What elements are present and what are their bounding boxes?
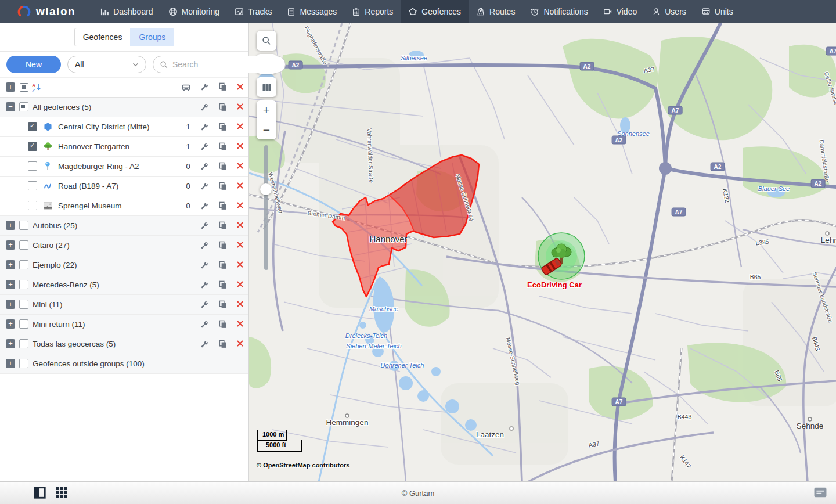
group-checkbox[interactable]: [19, 260, 28, 269]
geofence-row[interactable]: Central City District (Mitte)1: [0, 117, 248, 137]
wrench-icon[interactable]: [200, 123, 210, 132]
geofence-checkbox[interactable]: [28, 122, 37, 131]
nav-item-tracks[interactable]: Tracks: [227, 0, 279, 23]
group-checkbox[interactable]: [19, 280, 28, 289]
search-input[interactable]: [171, 59, 279, 70]
copy-icon[interactable]: [218, 320, 228, 329]
wrench-icon[interactable]: [200, 340, 210, 349]
filter-dropdown[interactable]: All: [67, 56, 146, 73]
geofence-row[interactable]: Road (B189 - A7)0: [0, 177, 248, 196]
geofence-row[interactable]: Sprengel Museum0: [0, 196, 248, 216]
wrench-icon[interactable]: [200, 221, 210, 231]
group-row[interactable]: +Mini (11): [0, 295, 248, 315]
zoom-in-button[interactable]: +: [257, 100, 276, 120]
group-row[interactable]: +Autobus (25): [0, 216, 248, 236]
copy-icon[interactable]: [218, 340, 228, 349]
delete-icon[interactable]: [236, 182, 246, 191]
nav-item-dashboard[interactable]: Dashboard: [93, 0, 161, 23]
minus-square-icon[interactable]: −: [6, 102, 15, 111]
wrench-icon[interactable]: [200, 261, 210, 270]
delete-icon[interactable]: [236, 221, 246, 231]
geofence-checkbox[interactable]: [28, 161, 37, 171]
plus-square-icon[interactable]: +: [6, 300, 15, 309]
delete-icon[interactable]: [236, 123, 246, 132]
delete-icon[interactable]: [236, 261, 246, 270]
delete-icon[interactable]: [236, 241, 246, 250]
wrench-icon[interactable]: [200, 142, 210, 152]
geofence-checkbox[interactable]: [28, 181, 37, 190]
nav-item-reports[interactable]: Reports: [344, 0, 401, 23]
map-search-button[interactable]: [257, 31, 276, 51]
toggle-sidebar-icon[interactable]: [34, 487, 46, 501]
copy-icon[interactable]: [218, 103, 228, 112]
wrench-icon[interactable]: [200, 241, 210, 250]
copy-icon[interactable]: [218, 82, 228, 92]
geofence-row[interactable]: Hannover Tiergarten1: [0, 137, 248, 157]
group-row[interactable]: +Geofences outside groups (100): [0, 354, 248, 374]
copy-icon[interactable]: [218, 201, 228, 211]
wrench-icon[interactable]: [200, 280, 210, 290]
zoom-slider-handle[interactable]: [260, 183, 272, 195]
sort-az-icon[interactable]: A Z: [32, 82, 42, 95]
group-checkbox[interactable]: [19, 339, 28, 348]
group-row[interactable]: +Todas las geocercas (5): [0, 334, 248, 354]
delete-icon[interactable]: [236, 82, 246, 92]
wrench-icon[interactable]: [200, 300, 210, 309]
copy-icon[interactable]: [218, 221, 228, 231]
nav-item-units[interactable]: Units: [694, 0, 741, 23]
zoom-slider-track[interactable]: [264, 145, 268, 270]
apps-grid-icon[interactable]: [56, 487, 67, 501]
plus-square-icon[interactable]: +: [6, 359, 15, 368]
add-all-icon[interactable]: +: [6, 82, 15, 92]
geofence-checkbox[interactable]: [28, 201, 37, 210]
select-mode-icon[interactable]: [20, 83, 28, 92]
wrench-icon[interactable]: [200, 182, 210, 191]
group-checkbox[interactable]: [19, 300, 28, 309]
group-checkbox[interactable]: [19, 319, 28, 329]
plus-square-icon[interactable]: +: [6, 260, 15, 269]
nav-item-routes[interactable]: Routes: [469, 0, 522, 23]
new-geofence-button[interactable]: New: [6, 56, 61, 73]
units-column-icon[interactable]: [181, 82, 191, 95]
delete-icon[interactable]: [236, 162, 246, 171]
delete-icon[interactable]: [236, 280, 246, 290]
group-row[interactable]: −All geofences (5): [0, 98, 248, 117]
group-row[interactable]: +Mini return (11): [0, 315, 248, 334]
wrench-icon[interactable]: [200, 320, 210, 329]
nav-item-geofences[interactable]: Geofences: [401, 0, 469, 23]
delete-icon[interactable]: [236, 103, 246, 112]
group-row[interactable]: +Ejemplo (22): [0, 255, 248, 275]
delete-icon[interactable]: [236, 142, 246, 152]
copy-icon[interactable]: [218, 261, 228, 270]
wrench-icon[interactable]: [200, 201, 210, 211]
group-row[interactable]: +Citaro (27): [0, 236, 248, 255]
plus-square-icon[interactable]: +: [6, 221, 15, 230]
wrench-icon[interactable]: [200, 103, 210, 112]
plus-square-icon[interactable]: +: [6, 339, 15, 348]
copy-icon[interactable]: [218, 300, 228, 309]
copy-icon[interactable]: [218, 182, 228, 191]
copy-icon[interactable]: [218, 123, 228, 132]
group-checkbox[interactable]: [19, 102, 28, 111]
zoom-out-button[interactable]: −: [257, 120, 276, 139]
nav-item-notifications[interactable]: Notifications: [522, 0, 595, 23]
wialon-logo[interactable]: wialon: [0, 0, 93, 23]
delete-icon[interactable]: [236, 320, 246, 329]
group-checkbox[interactable]: [19, 240, 28, 250]
nav-item-video[interactable]: Video: [596, 0, 645, 23]
copy-icon[interactable]: [218, 162, 228, 171]
group-checkbox[interactable]: [19, 359, 28, 368]
copy-icon[interactable]: [218, 142, 228, 152]
nav-item-messages[interactable]: Messages: [279, 0, 344, 23]
group-checkbox[interactable]: [19, 221, 28, 230]
delete-icon[interactable]: [236, 201, 246, 211]
log-panel-icon[interactable]: [814, 487, 827, 500]
nav-item-monitoring[interactable]: Monitoring: [161, 0, 227, 23]
map-layers-button[interactable]: [257, 77, 276, 97]
wrench-icon[interactable]: [200, 82, 210, 92]
nav-item-users[interactable]: Users: [644, 0, 694, 23]
wrench-icon[interactable]: [200, 162, 210, 171]
geofence-row[interactable]: Magdeburger Ring - A20: [0, 157, 248, 177]
tab-geofences[interactable]: Geofences: [74, 28, 131, 46]
geofence-checkbox[interactable]: [28, 142, 37, 151]
